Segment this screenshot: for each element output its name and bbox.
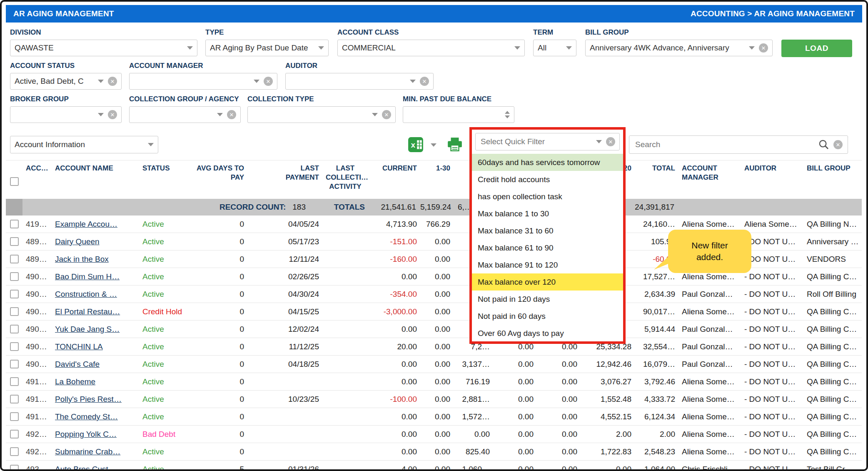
account-name-link[interactable]: Jack in the Box — [52, 255, 139, 264]
type-select[interactable]: AR Aging By Past Due Date — [205, 40, 329, 56]
quick-filter-select[interactable] — [475, 133, 620, 150]
row-checkbox[interactable] — [10, 325, 19, 333]
account-name-link[interactable]: Submarine Crab… — [52, 447, 139, 456]
clear-icon[interactable] — [264, 77, 273, 86]
row-checkbox[interactable] — [10, 447, 19, 456]
clear-icon[interactable] — [759, 43, 768, 53]
row-checkbox[interactable] — [10, 465, 19, 471]
collection-type-select[interactable] — [247, 106, 396, 123]
col-header-last-payment[interactable]: LAST PAYMENT — [264, 164, 322, 199]
clear-icon[interactable] — [108, 110, 117, 119]
excel-export-icon[interactable]: x — [408, 137, 424, 154]
clear-icon[interactable] — [382, 110, 391, 119]
term-select[interactable]: All — [533, 40, 576, 56]
chevron-down-icon[interactable] — [98, 80, 104, 83]
row-checkbox[interactable] — [10, 412, 19, 421]
quick-filter-option[interactable]: 60days and has services tomorrow — [472, 154, 623, 171]
quick-filter-input[interactable] — [480, 137, 593, 147]
division-select[interactable]: QAWASTE — [10, 40, 197, 56]
account-status-select[interactable]: Active, Bad Debt, C — [10, 73, 122, 90]
chevron-down-icon[interactable] — [514, 46, 520, 50]
col-header-account-number[interactable]: ACC… — [22, 164, 52, 199]
account-name-link[interactable]: Popping Yolk C… — [52, 430, 139, 439]
search-icon[interactable] — [818, 139, 829, 150]
quick-filter-option[interactable]: Max balance 91 to 120 — [472, 256, 623, 273]
account-name-link[interactable]: Construction & … — [52, 290, 139, 299]
clear-icon[interactable] — [833, 140, 843, 149]
quick-filter-option[interactable]: has open collection task — [472, 188, 623, 205]
min-past-due-input[interactable] — [403, 106, 514, 123]
row-checkbox[interactable] — [10, 360, 19, 368]
clear-icon[interactable] — [420, 77, 429, 86]
clear-icon[interactable] — [227, 110, 236, 119]
row-checkbox[interactable] — [10, 255, 19, 263]
quick-filter-option[interactable]: Max balance 1 to 30 — [472, 205, 623, 222]
quick-filter-option[interactable]: Not paid in 60 days — [472, 308, 623, 325]
quick-filter-option[interactable]: Max balance 31 to 60 — [472, 222, 623, 239]
chevron-down-icon[interactable] — [254, 80, 259, 83]
number-spinner-icon[interactable] — [505, 111, 510, 118]
chevron-down-icon[interactable] — [749, 46, 755, 50]
col-header-account-name[interactable]: ACCOUNT NAME — [52, 164, 139, 199]
col-header-status[interactable]: STATUS — [139, 164, 193, 199]
row-checkbox[interactable] — [10, 220, 19, 228]
chevron-down-icon[interactable] — [98, 113, 104, 116]
account-name-link[interactable]: Yuk Dae Jang S… — [52, 325, 139, 334]
col-header-auditor[interactable]: AUDITOR — [741, 164, 803, 199]
clear-icon[interactable] — [108, 77, 117, 86]
row-checkbox[interactable] — [10, 290, 19, 298]
col-header-account-manager[interactable]: ACCOUNT MANAGER — [678, 164, 741, 199]
excel-export-chevron-icon[interactable] — [431, 143, 436, 147]
chevron-down-icon[interactable] — [566, 46, 572, 50]
row-checkbox[interactable] — [10, 342, 19, 351]
breadcrumb[interactable]: ACCOUNTING > AR AGING MANAGEMENT — [691, 9, 855, 18]
load-button[interactable]: LOAD — [781, 40, 852, 57]
chevron-down-icon[interactable] — [148, 143, 154, 146]
row-checkbox[interactable] — [10, 377, 19, 386]
row-checkbox[interactable] — [10, 395, 19, 403]
account-name-link[interactable]: Dairy Queen — [52, 237, 139, 246]
chevron-down-icon[interactable] — [217, 113, 223, 116]
account-name-link[interactable]: Polly's Pies Rest… — [52, 395, 139, 404]
quick-filter-option[interactable]: Max balance 61 to 90 — [472, 239, 623, 256]
account-name-link[interactable]: El Portal Restau… — [52, 307, 139, 316]
select-all-checkbox[interactable] — [10, 177, 19, 186]
col-header-total[interactable]: TOTAL — [635, 164, 678, 199]
quick-filter-option[interactable]: Over 60 Avg days to pay — [472, 325, 623, 342]
chevron-down-icon[interactable] — [596, 140, 602, 143]
account-name-link[interactable]: La Boheme — [52, 377, 139, 386]
bill-group-select[interactable]: Anniversary 4WK Advance, Anniversary — [585, 40, 773, 56]
account-name-link[interactable]: Example Accou… — [52, 220, 139, 229]
chevron-down-icon[interactable] — [187, 46, 193, 50]
col-header-bill-group[interactable]: BILL GROUP — [803, 164, 862, 199]
search-input[interactable] — [634, 140, 818, 150]
collection-group-select[interactable] — [129, 106, 241, 123]
auditor-select[interactable] — [285, 73, 434, 90]
col-header-current[interactable]: CURRENT — [368, 164, 420, 199]
col-header-avg-days-to-pay[interactable]: AVG DAYS TO PAY — [193, 164, 264, 199]
account-name-link[interactable]: Bao Dim Sum H… — [52, 272, 139, 281]
row-checkbox[interactable] — [10, 307, 19, 316]
account-manager-select[interactable] — [129, 73, 277, 90]
checkbox-cell — [6, 395, 22, 403]
print-icon[interactable] — [446, 137, 463, 154]
account-name-link[interactable]: The Comedy St… — [52, 412, 139, 421]
clear-icon[interactable] — [606, 137, 615, 146]
account-name-link[interactable]: Auto Bros Cust… — [52, 465, 139, 471]
quick-filter-option[interactable]: Credit hold accounts — [472, 171, 623, 188]
broker-group-select[interactable] — [10, 106, 122, 123]
account-name-link[interactable]: TONCHIN LA — [52, 342, 139, 351]
row-checkbox[interactable] — [10, 430, 19, 438]
col-header-last-collection-activity[interactable]: LAST COLLECTI… ACTIVITY — [322, 164, 368, 199]
chevron-down-icon[interactable] — [372, 113, 378, 116]
view-selector[interactable]: Account Information — [10, 136, 158, 153]
account-name-link[interactable]: David's Cafe — [52, 360, 139, 369]
account-class-select[interactable]: COMMERCIAL — [337, 40, 525, 56]
row-checkbox[interactable] — [10, 237, 19, 246]
chevron-down-icon[interactable] — [318, 46, 324, 50]
chevron-down-icon[interactable] — [410, 80, 416, 83]
col-header-1-30[interactable]: 1-30 — [420, 164, 454, 199]
quick-filter-option[interactable]: Not paid in 120 days — [472, 291, 623, 308]
row-checkbox[interactable] — [10, 272, 19, 281]
quick-filter-option[interactable]: Max balance over 120 — [472, 273, 623, 291]
